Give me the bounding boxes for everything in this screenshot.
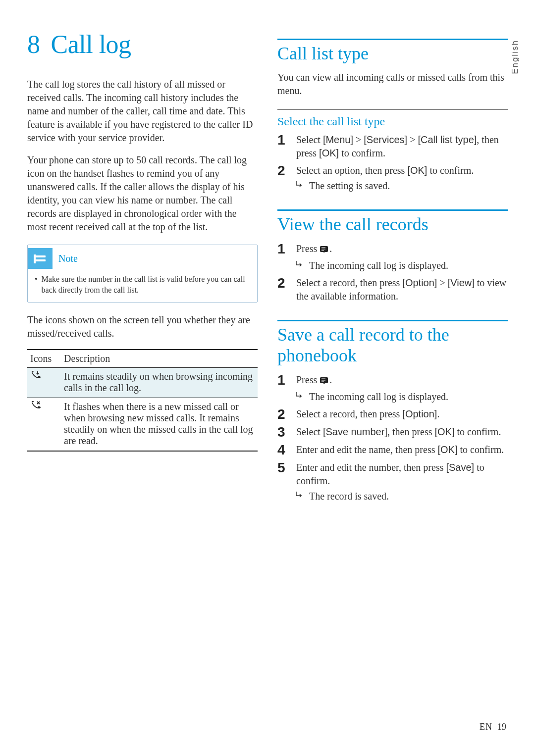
left-column: 8Call log The call log stores the call h… — [27, 30, 258, 520]
table-row: It remains steadily on when browsing inc… — [27, 368, 258, 398]
step: Select [Menu] > [Services] > [Call list … — [277, 133, 508, 160]
step: Select a record, then press [Option] > [… — [277, 276, 508, 303]
section-view-records: View the call records Press . The incomi… — [277, 209, 508, 302]
icons-row1-desc: It remains steadily on when browsing inc… — [61, 368, 258, 398]
page-footer: EN19 — [480, 722, 506, 732]
chapter-title: Call log — [51, 30, 131, 58]
result-arrow-icon — [296, 181, 304, 188]
step: Press . The incoming call log is display… — [277, 242, 508, 272]
section-save-record: Save a call record to the phonebook Pres… — [277, 320, 508, 503]
footer-page-number: 19 — [497, 722, 506, 732]
step-result: The record is saved. — [296, 490, 508, 503]
step-result: The incoming call log is displayed. — [296, 259, 508, 272]
right-column: Call list type You can view all incoming… — [277, 30, 508, 520]
section-title-save-record: Save a call record to the phonebook — [277, 324, 508, 366]
result-arrow-icon — [296, 492, 304, 499]
call-log-key-icon — [320, 244, 329, 257]
icons-table: Icons Description It remains steadily on… — [27, 349, 258, 452]
call-list-type-intro: You can view all incoming calls or misse… — [277, 71, 508, 98]
step: Select [Save number], then press [OK] to… — [277, 425, 508, 439]
note-icon — [28, 248, 53, 269]
intro-paragraph-2: Your phone can store up to 50 call recor… — [27, 153, 258, 234]
chapter-number: 8 — [27, 30, 40, 58]
missed-call-icon — [30, 401, 58, 411]
icons-row2-desc: It flashes when there is a new missed ca… — [61, 398, 258, 452]
note-box: Note Make sure the number in the call li… — [27, 245, 258, 302]
icons-intro: The icons shown on the screen tell you w… — [27, 313, 258, 340]
result-arrow-icon — [296, 261, 304, 268]
language-tab: English — [510, 40, 520, 74]
step-result: The incoming call log is displayed. — [296, 390, 508, 403]
section-title-call-list-type: Call list type — [277, 43, 508, 64]
incoming-call-icon — [30, 371, 58, 381]
step: Select an option, then press [OK] to con… — [277, 164, 508, 193]
result-arrow-icon — [296, 392, 304, 399]
section-title-view-records: View the call records — [277, 214, 508, 235]
note-title: Note — [58, 253, 78, 264]
step: Enter and edit the name, then press [OK]… — [277, 443, 508, 457]
subsection-select-call-list-type: Select the call list type — [277, 115, 508, 128]
section-call-list-type: Call list type You can view all incoming… — [277, 39, 508, 193]
icons-table-header-icons: Icons — [27, 350, 61, 368]
footer-lang: EN — [480, 722, 492, 732]
step: Select a record, then press [Option]. — [277, 407, 508, 421]
step: Enter and edit the number, then press [S… — [277, 461, 508, 503]
intro-paragraph-1: The call log stores the call history of … — [27, 78, 258, 145]
icons-table-header-desc: Description — [61, 350, 258, 368]
note-body: Make sure the number in the call list is… — [28, 272, 257, 302]
step: Press . The incoming call log is display… — [277, 373, 508, 403]
page-content: 8Call log The call log stores the call h… — [0, 0, 535, 540]
note-header: Note — [28, 245, 257, 272]
call-log-key-icon — [320, 375, 329, 388]
table-row: It flashes when there is a new missed ca… — [27, 398, 258, 452]
chapter-heading: 8Call log — [27, 30, 258, 59]
step-result: The setting is saved. — [296, 179, 508, 193]
